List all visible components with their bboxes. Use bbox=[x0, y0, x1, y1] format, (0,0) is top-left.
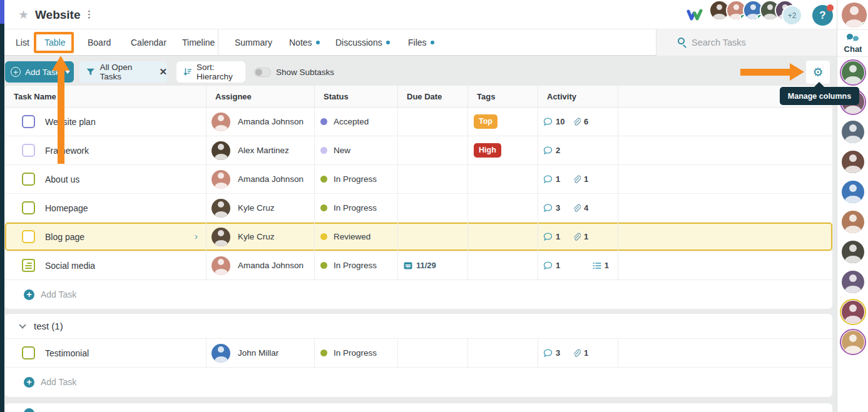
attachments-count[interactable]: 1 bbox=[572, 232, 588, 241]
app-screen: ★ Website ⋮ +2 ? List Table Board Calend… bbox=[0, 0, 868, 412]
attachments-count[interactable]: 1 bbox=[572, 174, 588, 184]
annotation-arrow-right bbox=[740, 69, 790, 76]
table-row[interactable]: Website plan Amanda Johnson Accepted Top… bbox=[5, 108, 832, 136]
tab-calendar[interactable]: Calendar bbox=[131, 38, 166, 48]
task-name[interactable]: About us bbox=[45, 174, 79, 184]
table-row[interactable]: About us Amanda Johnson In Progress 1 1 bbox=[5, 165, 832, 194]
chat-contact[interactable] bbox=[840, 59, 866, 86]
tab-timeline[interactable]: Timeline bbox=[182, 38, 215, 48]
tags-cell[interactable] bbox=[468, 165, 538, 193]
star-icon[interactable]: ★ bbox=[18, 9, 29, 21]
column-header[interactable]: Status bbox=[315, 86, 398, 107]
clear-filter-icon[interactable]: ✕ bbox=[159, 66, 167, 78]
chat-contact[interactable] bbox=[840, 149, 866, 175]
task-checkbox[interactable] bbox=[22, 115, 35, 128]
tab-files[interactable]: Files bbox=[408, 38, 434, 48]
task-checkbox[interactable] bbox=[22, 201, 35, 214]
attachments-count[interactable]: 6 bbox=[572, 117, 588, 126]
tab-summary[interactable]: Summary bbox=[235, 38, 272, 48]
expand-chevron-icon[interactable]: › bbox=[195, 231, 198, 241]
column-header[interactable]: Task Name bbox=[5, 86, 207, 107]
annotation-arrow-right-head bbox=[790, 63, 804, 81]
tag-badge[interactable]: High bbox=[474, 143, 501, 158]
table-row-selected[interactable]: Blog page › Kyle Cruz Reviewed 1 1 bbox=[5, 223, 832, 251]
tabbar-divider bbox=[218, 29, 218, 56]
collapse-chevron-icon[interactable] bbox=[19, 321, 26, 328]
tab-list[interactable]: List bbox=[16, 38, 29, 48]
sort-chip[interactable]: Sort: Hierarchy bbox=[176, 61, 245, 83]
left-rail-top[interactable] bbox=[0, 0, 4, 24]
task-checkbox[interactable] bbox=[22, 346, 35, 359]
comments-count[interactable]: 3 bbox=[543, 348, 571, 358]
column-header[interactable]: Assignee bbox=[207, 86, 315, 107]
attachments-count[interactable]: 4 bbox=[572, 203, 588, 213]
chevron-down-icon[interactable] bbox=[65, 71, 70, 74]
tab-notes[interactable]: Notes bbox=[289, 38, 320, 48]
task-checkbox[interactable] bbox=[22, 230, 35, 243]
tag-badge[interactable]: Top bbox=[474, 114, 498, 129]
due-date[interactable]: 11/29 bbox=[398, 261, 436, 270]
help-button[interactable]: ? bbox=[812, 5, 833, 26]
chat-contact[interactable] bbox=[840, 119, 866, 145]
tab-discussions[interactable]: Discussions bbox=[335, 38, 390, 48]
table-row[interactable]: Framework Alex Martinez New High 2 bbox=[5, 136, 832, 165]
task-name[interactable]: Homepage bbox=[45, 203, 88, 213]
task-name[interactable]: Blog page bbox=[45, 232, 84, 242]
current-user-avatar[interactable] bbox=[842, 3, 867, 28]
due-date-cell[interactable] bbox=[398, 339, 468, 367]
add-task-row[interactable]: + Add Task bbox=[5, 368, 832, 396]
show-subtasks-toggle[interactable] bbox=[254, 68, 271, 77]
chat-contact[interactable] bbox=[840, 329, 866, 355]
tags-cell[interactable] bbox=[468, 194, 538, 222]
next-section-partial bbox=[5, 403, 832, 412]
task-name[interactable]: Testimonial bbox=[45, 348, 89, 358]
chat-contact[interactable] bbox=[840, 239, 866, 265]
comments-count[interactable]: 1 bbox=[543, 232, 571, 241]
manage-columns-button[interactable]: ⚙ bbox=[806, 61, 830, 84]
comments-count[interactable]: 10 bbox=[543, 117, 571, 126]
column-header[interactable]: Due Date bbox=[398, 86, 468, 107]
search-input[interactable] bbox=[692, 33, 823, 52]
due-date-cell[interactable] bbox=[398, 194, 468, 222]
filter-chip[interactable]: All Open Tasks ✕ bbox=[79, 61, 167, 83]
task-name[interactable]: Social media bbox=[45, 261, 95, 271]
task-name[interactable]: Framework bbox=[45, 146, 89, 156]
task-checkbox[interactable] bbox=[22, 144, 35, 157]
due-date-cell[interactable] bbox=[398, 108, 468, 136]
chat-button[interactable]: Chat bbox=[837, 30, 868, 57]
chat-contact[interactable] bbox=[840, 209, 866, 235]
table-row[interactable]: Social media Amanda Johnson In Progress … bbox=[5, 251, 832, 280]
table-row[interactable]: Testimonial John Millar In Progress 3 1 bbox=[5, 339, 832, 368]
add-task-row[interactable]: + Add Task bbox=[5, 280, 832, 309]
status-label: In Progress bbox=[334, 348, 377, 358]
task-name[interactable]: Website plan bbox=[45, 117, 96, 127]
checklist-count[interactable]: 1 bbox=[593, 261, 609, 270]
comments-count[interactable]: 3 bbox=[543, 203, 571, 213]
column-header[interactable]: Tags bbox=[468, 86, 538, 107]
comments-count[interactable]: 1 bbox=[543, 174, 571, 184]
table-row[interactable]: Homepage Kyle Cruz In Progress 3 4 bbox=[5, 194, 832, 223]
tags-cell[interactable] bbox=[468, 223, 538, 251]
unread-dot bbox=[431, 41, 434, 44]
more-members-badge[interactable]: +2 bbox=[782, 5, 802, 26]
tags-cell[interactable] bbox=[468, 251, 538, 279]
due-date-cell[interactable] bbox=[398, 165, 468, 193]
chat-contact[interactable] bbox=[840, 299, 866, 325]
chat-contact[interactable] bbox=[840, 269, 866, 295]
comments-count[interactable]: 1 bbox=[543, 261, 571, 270]
tags-cell[interactable] bbox=[468, 339, 538, 367]
attachments-count[interactable]: 1 bbox=[572, 348, 588, 358]
task-description-icon[interactable] bbox=[22, 259, 35, 272]
task-checkbox[interactable] bbox=[22, 173, 35, 186]
comments-count[interactable]: 2 bbox=[543, 146, 571, 155]
project-menu-icon[interactable]: ⋮ bbox=[84, 9, 94, 20]
left-rail[interactable] bbox=[0, 24, 4, 412]
chat-contact[interactable] bbox=[840, 179, 866, 205]
due-date-cell[interactable] bbox=[398, 136, 468, 164]
comment-icon bbox=[543, 175, 553, 184]
due-date-cell[interactable] bbox=[398, 223, 468, 251]
section-header[interactable]: test (1) bbox=[5, 314, 832, 339]
tab-board[interactable]: Board bbox=[88, 38, 111, 48]
column-header[interactable]: Activity bbox=[538, 86, 618, 107]
plus-circle-icon[interactable] bbox=[24, 408, 34, 412]
